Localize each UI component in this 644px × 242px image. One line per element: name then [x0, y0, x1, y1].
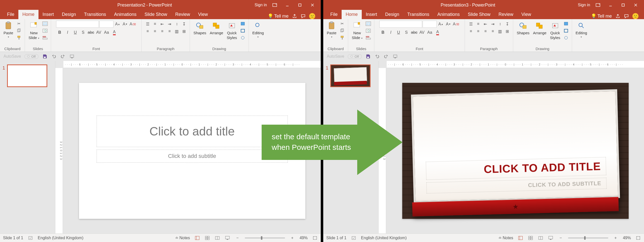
- slide-show-view-icon[interactable]: [548, 235, 553, 240]
- bullets-icon[interactable]: ☰: [467, 21, 474, 27]
- decrease-indent-icon[interactable]: ⇤: [482, 21, 489, 27]
- font-family-dropdown[interactable]: [379, 21, 422, 28]
- tab-transitions[interactable]: Transitions: [403, 10, 433, 19]
- zoom-value[interactable]: 49%: [300, 236, 308, 240]
- font-color-icon[interactable]: A: [111, 29, 118, 36]
- paste-button[interactable]: Paste▾: [3, 21, 14, 39]
- layout-icon[interactable]: [365, 21, 372, 27]
- increase-indent-icon[interactable]: ⇥: [489, 21, 496, 27]
- title-placeholder[interactable]: Click to add title: [97, 116, 288, 147]
- subtitle-placeholder[interactable]: Click to add subtitle: [97, 150, 288, 163]
- tell-me[interactable]: 💡Tell me: [268, 13, 289, 19]
- reset-icon[interactable]: [365, 28, 372, 34]
- comments-icon[interactable]: [624, 14, 629, 19]
- comments-icon[interactable]: [301, 14, 306, 19]
- new-slide-button[interactable]: New Slide ▾: [27, 21, 40, 40]
- justify-icon[interactable]: ≡: [166, 28, 173, 34]
- tab-home[interactable]: Home: [18, 10, 38, 19]
- tab-review[interactable]: Review: [171, 10, 194, 19]
- section-icon[interactable]: [42, 35, 48, 41]
- share-icon[interactable]: [615, 14, 620, 19]
- increase-font-icon[interactable]: A▲: [437, 21, 444, 27]
- shadow-button[interactable]: S: [79, 29, 87, 36]
- shadow-button[interactable]: S: [403, 29, 410, 36]
- numbering-icon[interactable]: ≡: [151, 21, 158, 27]
- save-icon[interactable]: [42, 54, 48, 59]
- align-center-icon[interactable]: ≡: [475, 28, 482, 34]
- line-spacing-icon[interactable]: ↕: [497, 21, 504, 27]
- maximize-icon[interactable]: [294, 0, 306, 10]
- minimize-icon[interactable]: [604, 0, 617, 10]
- numbering-icon[interactable]: ≡: [475, 21, 482, 27]
- start-from-beginning-icon[interactable]: [392, 54, 398, 59]
- slide-sorter-view-icon[interactable]: [528, 235, 533, 240]
- tab-animations[interactable]: Animations: [433, 10, 464, 19]
- notes-button[interactable]: ≐ Notes: [175, 235, 190, 240]
- columns-icon[interactable]: ▥: [173, 28, 180, 34]
- text-direction-icon[interactable]: ↧: [181, 21, 188, 27]
- shape-fill-icon[interactable]: [239, 21, 246, 27]
- bold-button[interactable]: B: [379, 29, 386, 36]
- underline-button[interactable]: U: [395, 29, 402, 36]
- shape-outline-icon[interactable]: [239, 28, 246, 34]
- char-spacing-icon[interactable]: AV: [418, 29, 425, 36]
- close-icon[interactable]: [629, 0, 642, 10]
- copy-icon[interactable]: [16, 28, 22, 34]
- bullets-icon[interactable]: ☰: [144, 21, 151, 27]
- feedback-smiley-icon[interactable]: 🙂: [632, 13, 638, 19]
- slide-sorter-view-icon[interactable]: [205, 235, 210, 240]
- slide-canvas[interactable]: Click to add title Click to add subtitle: [79, 83, 305, 219]
- zoom-slider[interactable]: [245, 237, 285, 238]
- increase-indent-icon[interactable]: ⇥: [166, 21, 173, 27]
- tab-slide-show[interactable]: Slide Show: [464, 10, 495, 19]
- smartart-icon[interactable]: ⊞: [181, 28, 188, 34]
- align-center-icon[interactable]: ≡: [151, 28, 158, 34]
- editing-button[interactable]: Editing▾: [575, 21, 588, 39]
- slide-canvas[interactable]: CLICK TO ADD TITLE CLICK TO ADD SUBTITLE…: [402, 83, 629, 219]
- arrange-button[interactable]: Arrange: [532, 21, 547, 36]
- fit-to-window-icon[interactable]: [635, 235, 641, 240]
- zoom-value[interactable]: 49%: [623, 236, 631, 240]
- decrease-indent-icon[interactable]: ⇤: [159, 21, 166, 27]
- tab-slide-show[interactable]: Slide Show: [141, 10, 171, 19]
- zoom-out-icon[interactable]: −: [558, 235, 564, 240]
- line-spacing-icon[interactable]: ↕: [173, 21, 180, 27]
- start-from-beginning-icon[interactable]: [69, 54, 75, 59]
- subtitle-placeholder[interactable]: CLICK TO ADD SUBTITLE: [426, 178, 607, 193]
- language-indicator[interactable]: English (United Kingdom): [361, 236, 407, 240]
- tab-insert[interactable]: Insert: [362, 10, 381, 19]
- thumbnail-slide-1[interactable]: [330, 64, 371, 87]
- normal-view-icon[interactable]: [518, 235, 523, 240]
- notes-button[interactable]: ≐ Notes: [498, 235, 513, 240]
- font-size-dropdown[interactable]: [423, 21, 437, 28]
- autosave-toggle[interactable]: Off: [24, 54, 38, 59]
- shape-effects-icon[interactable]: [239, 35, 246, 41]
- tab-view[interactable]: View: [517, 10, 535, 19]
- columns-icon[interactable]: ▥: [497, 28, 504, 34]
- format-painter-icon[interactable]: [16, 35, 22, 41]
- align-left-icon[interactable]: ≡: [144, 28, 151, 34]
- strikethrough-button[interactable]: abc: [411, 29, 418, 36]
- editing-button[interactable]: Editing▾: [251, 21, 265, 39]
- strikethrough-button[interactable]: abc: [87, 29, 94, 36]
- save-icon[interactable]: [365, 54, 371, 59]
- sign-in-link[interactable]: Sign in: [255, 3, 267, 7]
- undo-icon[interactable]: [51, 54, 57, 59]
- close-icon[interactable]: [306, 0, 319, 10]
- section-icon[interactable]: [365, 35, 372, 41]
- slide-show-view-icon[interactable]: [225, 235, 230, 240]
- zoom-slider[interactable]: [568, 237, 608, 238]
- normal-view-icon[interactable]: [194, 235, 200, 240]
- cut-icon[interactable]: ✂: [16, 21, 22, 27]
- change-case-icon[interactable]: Aa: [103, 29, 110, 36]
- zoom-in-icon[interactable]: +: [613, 235, 618, 240]
- fit-to-window-icon[interactable]: [312, 235, 318, 240]
- tab-view[interactable]: View: [194, 10, 212, 19]
- tab-home[interactable]: Home: [342, 10, 362, 19]
- zoom-in-icon[interactable]: +: [290, 235, 295, 240]
- tab-design[interactable]: Design: [58, 10, 80, 19]
- tab-review[interactable]: Review: [495, 10, 517, 19]
- italic-button[interactable]: I: [387, 29, 394, 36]
- ribbon-display-options-icon[interactable]: [592, 0, 604, 10]
- increase-font-icon[interactable]: A▲: [114, 21, 121, 27]
